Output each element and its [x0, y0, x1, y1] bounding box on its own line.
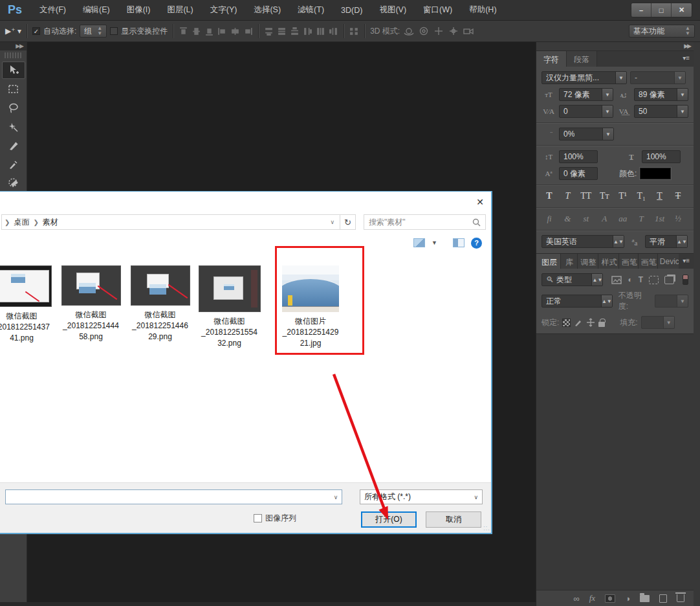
kerning-field[interactable]: 0▼ — [559, 105, 613, 118]
subscript-button[interactable]: T₁ — [635, 191, 648, 201]
opacity-field[interactable]: ▼ — [655, 295, 688, 308]
titling-alternates-button[interactable]: T — [635, 214, 648, 224]
tab-device[interactable]: Devic — [658, 254, 679, 269]
menu-help[interactable]: 帮助(H) — [461, 0, 505, 20]
layers-panel-menu-icon[interactable]: ▾≡ — [679, 254, 694, 269]
menu-filter[interactable]: 滤镜(T) — [289, 0, 333, 20]
address-dropdown-icon[interactable]: ∨ — [327, 219, 337, 225]
maximize-button[interactable]: □ — [651, 3, 672, 17]
tab-character[interactable]: 字符 — [536, 51, 567, 67]
search-input[interactable]: 搜索"素材" — [364, 214, 486, 230]
view-mode-dropdown-icon[interactable]: ▼ — [432, 240, 437, 246]
marquee-tool[interactable] — [2, 80, 25, 98]
menu-edit[interactable]: 编辑(E) — [74, 0, 118, 20]
file-item[interactable]: 微信截图 _201812251446 29.png — [126, 265, 195, 342]
open-button[interactable]: 打开(O) — [361, 511, 417, 528]
ligatures-button[interactable]: fi — [543, 214, 556, 224]
distribute-bottom-edges-icon[interactable] — [290, 27, 300, 36]
auto-select-dropdown[interactable]: 组▲▼ — [80, 25, 107, 38]
horizontal-scale-field[interactable]: 100% — [642, 150, 681, 163]
font-size-field[interactable]: 72 像素▼ — [559, 88, 613, 101]
filename-input[interactable] — [6, 490, 330, 504]
minimize-button[interactable]: – — [631, 3, 651, 17]
filename-dropdown-icon[interactable]: ∨ — [330, 494, 342, 500]
align-horizontal-centers-icon[interactable] — [230, 27, 240, 36]
refresh-icon[interactable]: ↻ — [340, 214, 356, 230]
fractions-button[interactable]: ½ — [672, 214, 684, 224]
faux-italic-button[interactable]: T — [561, 191, 574, 201]
superscript-button[interactable]: T¹ — [617, 191, 629, 201]
anti-alias-dropdown[interactable]: 平滑▲▼ — [645, 235, 688, 248]
lock-all-icon[interactable] — [598, 322, 605, 327]
stylistic-alternates-button[interactable]: aa — [617, 214, 629, 224]
preview-pane-icon[interactable] — [453, 238, 465, 247]
new-layer-icon[interactable] — [659, 594, 667, 603]
workspace-switcher[interactable]: 基本功能▲▼ — [629, 25, 695, 38]
tracking-field[interactable]: 50▼ — [634, 105, 688, 118]
swash-button[interactable]: A — [598, 214, 611, 224]
align-top-edges-icon[interactable] — [179, 27, 188, 36]
baseline-shift-field[interactable]: 0 像素 — [559, 167, 598, 180]
file-item[interactable]: 微信截图 _201812251444 58.png — [56, 265, 126, 342]
3d-orbit-icon[interactable] — [403, 26, 415, 36]
align-left-edges-icon[interactable] — [217, 27, 227, 36]
tsume-field[interactable]: 0%▼ — [559, 128, 614, 140]
ordinals-button[interactable]: 1st — [653, 214, 666, 224]
font-family-dropdown[interactable]: 汉仪力量黑简...▼ — [541, 71, 627, 84]
distribute-horizontal-centers-icon[interactable] — [316, 27, 325, 36]
layer-filter-dropdown[interactable]: 🔍︎ 类型▲▼ — [541, 273, 603, 286]
lasso-tool[interactable] — [2, 99, 25, 117]
tab-styles[interactable]: 样式 — [598, 254, 619, 269]
underline-button[interactable]: T — [653, 191, 666, 201]
tab-libraries[interactable]: 库 — [561, 254, 578, 269]
file-item[interactable]: 微信截图 _201812251437 41.png — [0, 265, 56, 344]
tab-brushes[interactable]: 画笔 — [619, 254, 639, 269]
filter-smart-objects-icon[interactable] — [664, 276, 674, 284]
align-vertical-centers-icon[interactable] — [191, 27, 201, 36]
3d-slide-icon[interactable] — [448, 26, 459, 36]
move-tool[interactable] — [2, 62, 25, 79]
contextual-alternates-button[interactable]: & — [561, 214, 574, 224]
vertical-scale-field[interactable]: 100% — [559, 150, 598, 163]
distribute-right-edges-icon[interactable] — [329, 27, 338, 36]
filter-type-layers-icon[interactable]: T — [639, 275, 643, 284]
menu-layer[interactable]: 图层(L) — [159, 0, 201, 20]
small-caps-button[interactable]: Tᴛ — [598, 191, 611, 201]
align-right-edges-icon[interactable] — [243, 27, 253, 36]
eyedropper-tool[interactable] — [2, 155, 25, 173]
menu-image[interactable]: 图像(I) — [118, 0, 159, 20]
crop-tool[interactable] — [2, 137, 25, 154]
menu-window[interactable]: 窗口(W) — [415, 0, 461, 20]
3d-roll-icon[interactable] — [418, 26, 430, 36]
3d-zoom-camera-icon[interactable] — [463, 26, 474, 36]
lock-pixels-icon[interactable] — [574, 318, 583, 327]
tab-paragraph[interactable]: 段落 — [567, 51, 597, 67]
3d-pan-icon[interactable] — [433, 26, 444, 36]
tab-brush-presets[interactable]: 画笔 — [639, 254, 658, 269]
new-group-icon[interactable] — [640, 595, 650, 602]
faux-bold-button[interactable]: T — [543, 191, 556, 201]
breadcrumb-desktop[interactable]: 桌面 — [14, 217, 29, 228]
filter-shape-layers-icon[interactable] — [649, 276, 659, 284]
link-layers-icon[interactable]: ∞ — [573, 594, 579, 603]
breadcrumb-material[interactable]: 素材 — [43, 217, 58, 228]
help-icon[interactable]: ? — [471, 238, 482, 249]
delete-layer-icon[interactable] — [677, 594, 684, 602]
move-tool-preset-icon[interactable]: ▶⁺ ▾ — [5, 27, 21, 36]
discretionary-ligatures-button[interactable]: st — [580, 214, 593, 224]
lock-transparency-icon[interactable] — [562, 319, 571, 327]
healing-brush-tool[interactable] — [2, 174, 25, 192]
font-style-dropdown[interactable]: -▼ — [630, 71, 686, 84]
language-dropdown[interactable]: 美国英语▲▼ — [541, 235, 624, 248]
filter-adjustment-layers-icon[interactable]: ◐ — [628, 275, 632, 284]
new-adjustment-layer-icon[interactable]: ◑ — [625, 594, 630, 603]
menu-select[interactable]: 选择(S) — [245, 0, 289, 20]
menu-type[interactable]: 文字(Y) — [202, 0, 246, 20]
tab-layers[interactable]: 图层 — [536, 254, 561, 269]
auto-select-checkbox[interactable]: ✓ — [32, 27, 40, 35]
filter-pixel-layers-icon[interactable] — [611, 276, 622, 284]
distribute-top-edges-icon[interactable] — [264, 27, 274, 36]
tab-adjustments[interactable]: 调整 — [578, 254, 598, 269]
panel-menu-icon[interactable]: ▾≡ — [679, 51, 694, 67]
show-transform-checkbox[interactable] — [110, 27, 118, 35]
